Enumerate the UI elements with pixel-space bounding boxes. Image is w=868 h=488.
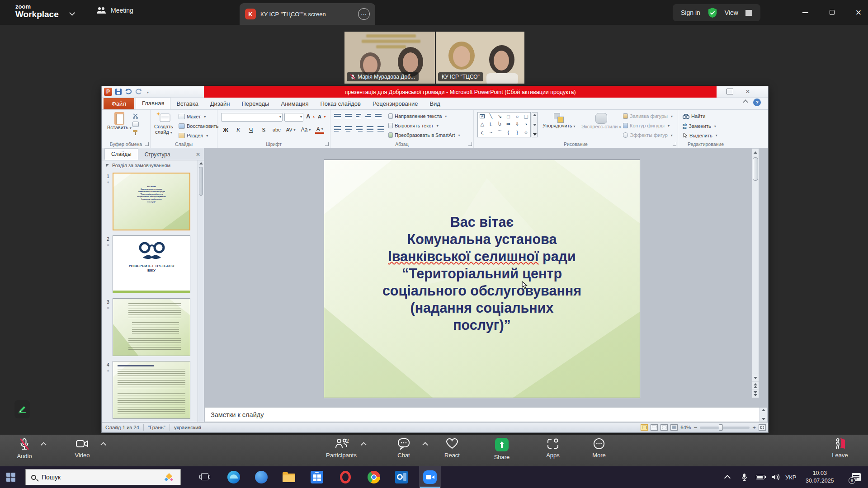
replace-button[interactable]: abасЗаменить: [683, 123, 716, 129]
slideshow-view-button[interactable]: [670, 424, 678, 431]
tab-insert[interactable]: Вставка: [170, 98, 204, 109]
tab-review[interactable]: Рецензирование: [367, 98, 424, 109]
ppt-close-button[interactable]: [745, 89, 750, 94]
increase-indent-icon[interactable]: [365, 114, 371, 119]
paste-button[interactable]: Вставить: [107, 112, 132, 130]
scrollbar-thumb[interactable]: [199, 167, 203, 196]
star-shape-icon[interactable]: ☆: [524, 130, 528, 136]
tray-language-indicator[interactable]: УКР: [785, 466, 797, 488]
audio-button[interactable]: Audio: [5, 438, 43, 460]
italic-button[interactable]: К: [234, 125, 243, 134]
scroll-up-icon[interactable]: [533, 114, 537, 116]
start-button[interactable]: [6, 473, 15, 482]
line-spacing-icon[interactable]: [375, 114, 382, 119]
shape-fill-button[interactable]: Заливка фигуры: [623, 113, 673, 119]
scroll-down-icon[interactable]: [533, 124, 537, 126]
decrease-indent-icon[interactable]: [356, 114, 361, 119]
zoom-slider[interactable]: [700, 427, 750, 429]
zoom-slider-thumb[interactable]: [719, 424, 723, 431]
strikethrough-button[interactable]: abc: [272, 125, 282, 134]
layout-button[interactable]: Макет: [179, 114, 206, 119]
arrow-shape-icon[interactable]: ↘: [498, 113, 502, 119]
text-direction-button[interactable]: Направление текста: [388, 113, 447, 119]
powerpoint-logo[interactable]: P: [104, 88, 112, 96]
slide-title-text[interactable]: Вас вітає Комунальна установа Іванківськ…: [333, 213, 631, 333]
normal-view-button[interactable]: [641, 424, 648, 431]
format-painter-button[interactable]: [132, 130, 138, 136]
section-collapse-icon[interactable]: [106, 164, 109, 167]
tray-volume-icon[interactable]: [771, 466, 780, 488]
shapes-gallery[interactable]: A ╲↘ □○▢ △LႱ ⇒⇓◔ ς~⌒ {}☆: [477, 112, 531, 137]
left-brace-shape-icon[interactable]: {: [508, 130, 509, 135]
ppt-restore-button[interactable]: [726, 89, 733, 94]
font-name-select[interactable]: [221, 113, 283, 122]
tab-slides-pane[interactable]: Слайды: [104, 148, 138, 160]
change-case-button[interactable]: Aa: [300, 125, 312, 134]
scrollbar-thumb[interactable]: [753, 157, 758, 181]
taskbar-app-explorer[interactable]: [278, 466, 300, 488]
task-view-button[interactable]: [199, 472, 210, 482]
notes-pane[interactable]: Заметки к слайду: [205, 407, 767, 422]
cut-button[interactable]: [132, 113, 139, 119]
taskbar-search-box[interactable]: Пошук: [25, 469, 181, 485]
reset-button[interactable]: Восстановить: [179, 123, 218, 129]
slide-3-thumbnail[interactable]: [113, 298, 190, 356]
taskbar-app-edge[interactable]: [223, 466, 245, 488]
align-center-icon[interactable]: [345, 126, 352, 131]
slide-2-thumbnail[interactable]: УНІВЕРСИТЕТ ТРЕТЬОГО ВІКУ: [113, 235, 190, 293]
justify-icon[interactable]: [367, 126, 373, 131]
elbow-arrow-shape-icon[interactable]: Ⴑ: [498, 121, 501, 127]
arc-shape-icon[interactable]: ⌒: [497, 129, 502, 136]
oval-shape-icon[interactable]: ○: [516, 114, 519, 119]
new-slide-button[interactable]: Создать слайд: [154, 112, 173, 135]
participants-options-chevron[interactable]: [361, 442, 367, 448]
zoom-in-button[interactable]: +: [752, 424, 756, 431]
font-size-select[interactable]: [284, 113, 303, 122]
previous-slide-button[interactable]: [752, 381, 759, 389]
slide-thumb-item-2[interactable]: 2∗ УНІВЕРСИТЕТ ТРЕТЬОГО ВІКУ: [104, 235, 197, 293]
section-header[interactable]: Розділ за замовчуванням: [102, 160, 204, 170]
rounded-rect-shape-icon[interactable]: ▢: [524, 113, 528, 119]
tab-outline-pane[interactable]: Структура: [138, 149, 177, 160]
right-brace-shape-icon[interactable]: }: [516, 130, 518, 135]
chat-button[interactable]: Chat: [385, 438, 423, 459]
slide-panel-scrollbar[interactable]: [198, 160, 204, 422]
tray-mic-icon[interactable]: [741, 466, 747, 488]
scroll-up-button[interactable]: [752, 149, 759, 156]
tab-file[interactable]: Файл: [104, 98, 134, 109]
qat-customize-icon[interactable]: [146, 89, 149, 95]
align-text-button[interactable]: Выровнять текст: [388, 123, 439, 128]
more-options-icon[interactable]: [358, 8, 370, 20]
zoom-out-button[interactable]: −: [693, 424, 697, 431]
drawing-dialog-launcher-icon[interactable]: [673, 142, 676, 146]
tray-battery-icon[interactable]: [756, 466, 764, 488]
shrink-font-button[interactable]: A▼: [318, 114, 326, 119]
slide-4-thumbnail[interactable]: [113, 361, 190, 419]
font-color-button[interactable]: А: [315, 126, 324, 134]
fit-to-window-button[interactable]: [759, 424, 766, 431]
next-slide-button[interactable]: [752, 389, 759, 398]
text-shadow-button[interactable]: S: [259, 125, 268, 134]
chevron-down-icon[interactable]: [69, 10, 75, 16]
triangle-shape-icon[interactable]: △: [480, 121, 484, 127]
columns-icon[interactable]: [377, 126, 384, 131]
scroll-up-icon[interactable]: [199, 162, 203, 164]
tab-view[interactable]: Вид: [424, 98, 446, 109]
tab-home[interactable]: Главная: [136, 97, 170, 109]
clipboard-dialog-launcher-icon[interactable]: [145, 142, 149, 146]
underline-button[interactable]: Ч: [246, 125, 255, 134]
slide-1-thumbnail[interactable]: Вас вітає Комунальна установа Іванківськ…: [113, 173, 190, 230]
taskbar-app-chrome[interactable]: [363, 466, 385, 488]
more-shapes-icon[interactable]: [533, 133, 537, 136]
vertical-scrollbar[interactable]: [752, 148, 759, 398]
align-right-icon[interactable]: [356, 126, 363, 131]
participants-button[interactable]: 2 Participants: [322, 438, 360, 459]
tab-slideshow[interactable]: Показ слайдов: [315, 98, 367, 109]
taskbar-app-zoom[interactable]: [419, 466, 441, 488]
tab-shared-screen[interactable]: K КУ ІСР "ТЦСО""s screen: [240, 3, 375, 25]
align-left-icon[interactable]: [334, 126, 341, 131]
video-options-chevron[interactable]: [100, 442, 106, 448]
section-button[interactable]: Раздел: [179, 133, 208, 138]
tab-design[interactable]: Дизайн: [204, 98, 236, 109]
scroll-down-button[interactable]: [752, 374, 759, 381]
